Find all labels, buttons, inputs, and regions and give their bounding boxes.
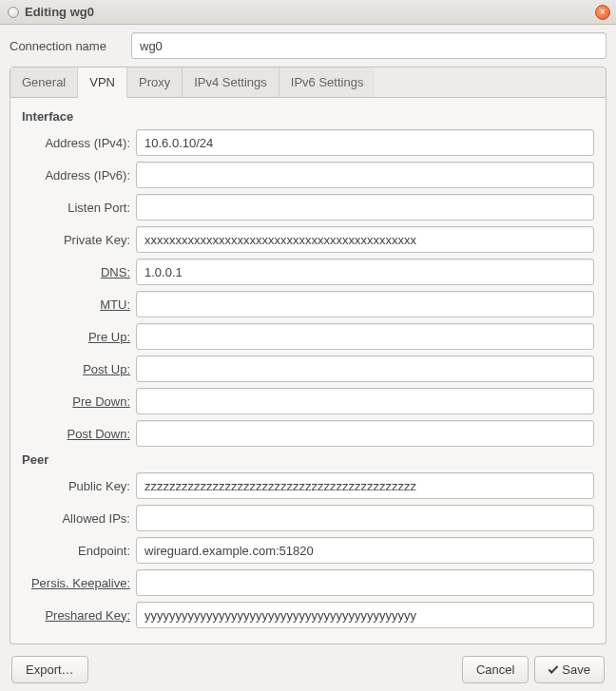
cancel-button[interactable]: Cancel bbox=[462, 656, 529, 683]
public-key-label: Public Key: bbox=[22, 479, 136, 493]
pre-down-input[interactable] bbox=[136, 388, 594, 414]
preshared-key-input[interactable] bbox=[136, 602, 594, 628]
keepalive-input[interactable] bbox=[136, 569, 594, 596]
endpoint-row: Endpoint: bbox=[22, 537, 594, 564]
post-down-row: Post Down: bbox=[22, 420, 594, 447]
app-icon bbox=[8, 7, 19, 18]
listen-port-label: Listen Port: bbox=[22, 201, 136, 215]
window-title: Editing wg0 bbox=[25, 5, 94, 19]
vpn-panel: Interface Address (IPv4): Address (IPv6)… bbox=[10, 98, 606, 644]
export-button-label: Export… bbox=[26, 662, 74, 677]
listen-port-row: Listen Port: bbox=[22, 194, 594, 221]
address-ipv4-label: Address (IPv4): bbox=[22, 136, 136, 150]
check-icon bbox=[549, 663, 559, 674]
post-down-label: Post Down: bbox=[22, 427, 136, 441]
connection-name-row: Connection name bbox=[10, 32, 606, 59]
address-ipv6-label: Address (IPv6): bbox=[22, 168, 136, 182]
close-icon: × bbox=[600, 8, 606, 17]
cancel-button-label: Cancel bbox=[476, 662, 514, 677]
public-key-row: Public Key: bbox=[22, 472, 594, 499]
button-bar: Export… Cancel Save bbox=[10, 656, 606, 683]
tab-proxy[interactable]: Proxy bbox=[127, 67, 183, 97]
private-key-input[interactable] bbox=[136, 226, 594, 253]
save-button-label: Save bbox=[562, 662, 590, 677]
address-ipv6-input[interactable] bbox=[136, 162, 594, 188]
pre-up-label: Pre Up: bbox=[22, 330, 136, 344]
address-ipv4-row: Address (IPv4): bbox=[22, 129, 594, 156]
post-down-input[interactable] bbox=[136, 420, 594, 447]
endpoint-label: Endpoint: bbox=[22, 544, 136, 558]
connection-name-input[interactable] bbox=[131, 32, 606, 59]
export-button[interactable]: Export… bbox=[11, 656, 88, 683]
mtu-input[interactable] bbox=[136, 291, 594, 317]
allowed-ips-row: Allowed IPs: bbox=[22, 505, 594, 531]
interface-section-label: Interface bbox=[22, 109, 594, 124]
pre-up-row: Pre Up: bbox=[22, 323, 594, 350]
save-button[interactable]: Save bbox=[534, 656, 605, 683]
preshared-key-row: Preshared Key: bbox=[22, 602, 594, 628]
peer-section-label: Peer bbox=[22, 452, 594, 467]
private-key-row: Private Key: bbox=[22, 226, 594, 253]
tab-general[interactable]: General bbox=[10, 67, 78, 97]
private-key-label: Private Key: bbox=[22, 233, 136, 247]
endpoint-input[interactable] bbox=[136, 537, 594, 564]
window-content: Connection name General VPN Proxy IPv4 S… bbox=[0, 25, 616, 691]
spacer bbox=[88, 656, 456, 683]
mtu-row: MTU: bbox=[22, 291, 594, 317]
address-ipv6-row: Address (IPv6): bbox=[22, 162, 594, 188]
pre-up-input[interactable] bbox=[136, 323, 594, 350]
dns-input[interactable] bbox=[136, 259, 594, 285]
tabstrip: General VPN Proxy IPv4 Settings IPv6 Set… bbox=[10, 67, 606, 98]
dns-row: DNS: bbox=[22, 259, 594, 285]
mtu-label: MTU: bbox=[22, 298, 136, 312]
titlebar: Editing wg0 × bbox=[0, 0, 616, 25]
dns-label: DNS: bbox=[22, 265, 136, 279]
post-up-label: Post Up: bbox=[22, 362, 136, 376]
address-ipv4-input[interactable] bbox=[136, 129, 594, 156]
post-up-input[interactable] bbox=[136, 355, 594, 382]
keepalive-label: Persis. Keepalive: bbox=[22, 576, 136, 590]
allowed-ips-input[interactable] bbox=[136, 505, 594, 531]
tab-ipv4[interactable]: IPv4 Settings bbox=[183, 67, 279, 97]
pre-down-label: Pre Down: bbox=[22, 394, 136, 409]
connection-name-label: Connection name bbox=[10, 39, 131, 53]
tab-ipv6[interactable]: IPv6 Settings bbox=[279, 67, 375, 97]
keepalive-row: Persis. Keepalive: bbox=[22, 569, 594, 596]
post-up-row: Post Up: bbox=[22, 355, 594, 382]
public-key-input[interactable] bbox=[136, 472, 594, 499]
close-button[interactable]: × bbox=[595, 5, 610, 20]
allowed-ips-label: Allowed IPs: bbox=[22, 511, 136, 526]
tab-vpn[interactable]: VPN bbox=[78, 67, 127, 98]
pre-down-row: Pre Down: bbox=[22, 388, 594, 414]
listen-port-input[interactable] bbox=[136, 194, 594, 221]
preshared-key-label: Preshared Key: bbox=[22, 608, 136, 623]
